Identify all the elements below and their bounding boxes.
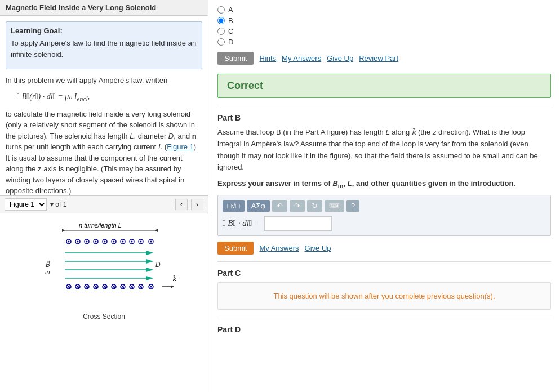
para2: to calculate the magnetic field inside a… <box>6 109 202 195</box>
figure-select[interactable]: Figure 1 <box>5 198 47 211</box>
part-b-submit-toolbar: Submit My Answers Give Up <box>217 242 551 255</box>
svg-point-15 <box>113 240 114 242</box>
part-a-toolbar: Submit Hints My Answers Give Up Review P… <box>217 52 551 68</box>
review-part-link[interactable]: Review Part <box>359 54 398 63</box>
part-c-message-box: This question will be shown after you co… <box>217 282 551 310</box>
submit-button[interactable]: Submit <box>217 52 254 65</box>
divider-1 <box>217 106 551 106</box>
help-tool-button[interactable]: ? <box>346 200 359 212</box>
svg-point-19 <box>131 240 132 242</box>
math-input-box: □√□ ΑΣφ ↶ ↷ ↻ ⌨ ? ∮ B⃗ · dl⃗ = <box>217 195 551 236</box>
svg-point-5 <box>68 240 69 242</box>
svg-point-17 <box>122 240 123 242</box>
my-answers-link[interactable]: My Answers <box>282 54 321 63</box>
ampere-law: ∮ B⃗(r⃗) · dl⃗ = μ₀ Iencl, <box>17 91 202 104</box>
radio-a-label: A <box>228 6 233 14</box>
part-b-description: Assume that loop B (in the Part A figure… <box>217 127 551 173</box>
svg-marker-2 <box>62 229 65 232</box>
svg-marker-29 <box>146 268 152 271</box>
figure-of: ▾ of 1 <box>50 201 66 208</box>
svg-point-13 <box>104 240 105 242</box>
part-b-express: Express your answer in terms of Bin, L, … <box>217 179 551 189</box>
figure-nav: Figure 1 ▾ of 1 ‹ › <box>0 195 208 213</box>
divider-3 <box>217 318 551 318</box>
part-b-title: Part B <box>217 113 551 122</box>
greek-tool-button[interactable]: ΑΣφ <box>247 200 270 212</box>
page-title: Magnetic Field inside a Very Long Soleno… <box>0 0 208 16</box>
right-panel: A B C D Submit Hints My Answers Give Up … <box>208 0 560 392</box>
radio-b[interactable] <box>217 17 225 24</box>
math-equation-row: ∮ B⃗ · dl⃗ = <box>223 216 546 231</box>
radio-option-b[interactable]: B <box>217 16 551 25</box>
divider-2 <box>217 261 551 262</box>
para1: In this problem we will apply Ampère's l… <box>6 75 202 86</box>
part-b-give-up-link[interactable]: Give Up <box>305 244 331 252</box>
figure-area: n turns/length L <box>0 213 208 393</box>
radio-option-a[interactable]: A <box>217 6 551 14</box>
learning-goal-text: To apply Ampère's law to find the magnet… <box>11 38 197 60</box>
svg-point-11 <box>95 240 96 242</box>
svg-text:k̂: k̂ <box>172 275 177 282</box>
radio-group: A B C D <box>217 6 551 46</box>
radio-d-label: D <box>228 38 233 46</box>
give-up-link[interactable]: Give Up <box>327 54 353 63</box>
prev-figure-button[interactable]: ‹ <box>175 199 188 210</box>
matrix-tool-button[interactable]: □√□ <box>223 200 245 212</box>
left-content: Learning Goal: To apply Ampère's law to … <box>0 16 208 195</box>
part-c-message: This question will be shown after you co… <box>273 292 495 300</box>
svg-text:B⃗: B⃗ <box>45 260 50 269</box>
learning-goal-title: Learning Goal: <box>11 26 197 35</box>
radio-c-label: C <box>228 27 233 35</box>
svg-marker-66 <box>171 285 174 288</box>
undo-tool-button[interactable]: ↶ <box>272 200 287 212</box>
svg-point-9 <box>86 240 87 242</box>
radio-d[interactable] <box>217 38 225 46</box>
svg-point-23 <box>150 240 152 242</box>
keyboard-tool-button[interactable]: ⌨ <box>325 200 344 212</box>
radio-b-label: B <box>228 16 233 25</box>
solenoid-diagram: n turns/length L <box>28 219 180 309</box>
math-equation-label: ∮ B⃗ · dl⃗ = <box>223 219 260 228</box>
radio-option-d[interactable]: D <box>217 38 551 46</box>
math-toolbar: □√□ ΑΣφ ↶ ↷ ↻ ⌨ ? <box>223 200 546 212</box>
svg-point-7 <box>77 240 78 242</box>
part-d-title: Part D <box>217 325 551 334</box>
radio-a[interactable] <box>217 6 225 14</box>
part-b-my-answers-link[interactable]: My Answers <box>259 244 299 252</box>
svg-text:in: in <box>45 269 50 275</box>
correct-banner: Correct <box>217 74 551 98</box>
svg-text:D: D <box>155 261 161 269</box>
math-input-field[interactable] <box>264 216 332 231</box>
radio-c[interactable] <box>217 28 225 35</box>
left-panel: Magnetic Field inside a Very Long Soleno… <box>0 0 208 392</box>
svg-marker-3 <box>155 229 158 232</box>
svg-marker-25 <box>146 251 152 255</box>
next-figure-button[interactable]: › <box>191 199 203 210</box>
svg-text:n turns/length L: n turns/length L <box>79 222 122 229</box>
radio-option-c[interactable]: C <box>217 27 551 35</box>
cross-section-label: Cross Section <box>83 313 125 320</box>
refresh-tool-button[interactable]: ↻ <box>307 200 322 212</box>
figure1-link[interactable]: Figure 1 <box>167 142 194 151</box>
svg-marker-27 <box>146 260 152 263</box>
part-c-title: Part C <box>217 269 551 278</box>
learning-goal-box: Learning Goal: To apply Ampère's law to … <box>6 21 202 69</box>
part-b-submit-button[interactable]: Submit <box>217 242 254 255</box>
hints-link[interactable]: Hints <box>259 54 276 63</box>
redo-tool-button[interactable]: ↷ <box>290 200 305 212</box>
svg-marker-31 <box>146 277 152 280</box>
svg-point-21 <box>140 240 141 242</box>
